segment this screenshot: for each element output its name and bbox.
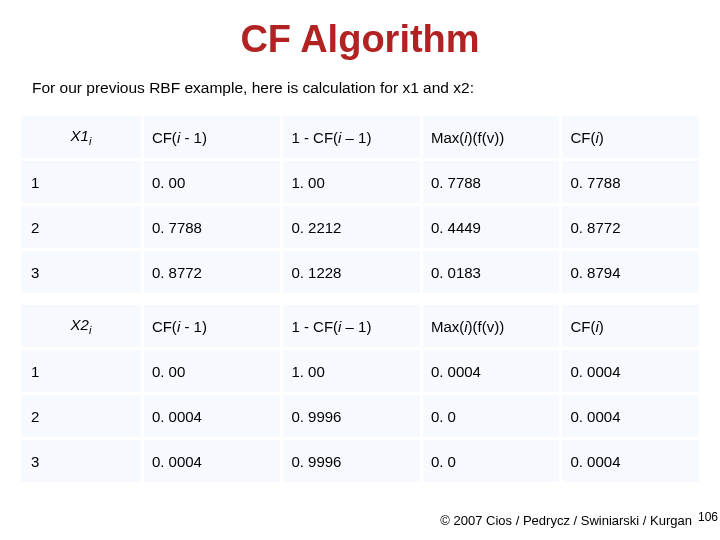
cell: 0. 7788 [423,161,560,203]
cell: 0. 7788 [144,206,281,248]
cell: 3 [21,251,141,293]
table-row: 2 0. 7788 0. 2212 0. 4449 0. 8772 [21,206,699,248]
cell: 0. 0004 [144,440,281,482]
cell: 0. 7788 [562,161,699,203]
cell: 0. 0183 [423,251,560,293]
col-header: 1 - CF(i – 1) [283,116,420,158]
table-row: 3 0. 8772 0. 1228 0. 0183 0. 8794 [21,251,699,293]
intro-text: For our previous RBF example, here is ca… [32,79,702,97]
col-header: 1 - CF(i – 1) [283,305,420,347]
cell: 0. 0004 [423,350,560,392]
cell: 1. 00 [283,161,420,203]
cell: 1 [21,161,141,203]
table-x2: X2i CF(i - 1) 1 - CF(i – 1) Max(i)(f(v))… [18,302,702,485]
page-number: 106 [698,510,718,524]
table-row: 1 0. 00 1. 00 0. 0004 0. 0004 [21,350,699,392]
cell: 0. 4449 [423,206,560,248]
cell: 0. 0004 [144,395,281,437]
table-x1: X1i CF(i - 1) 1 - CF(i – 1) Max(i)(f(v))… [18,113,702,296]
col-header: CF(i) [562,116,699,158]
cell: 0. 8794 [562,251,699,293]
cell: 0. 8772 [562,206,699,248]
cell: 0. 0004 [562,395,699,437]
cell: 0. 00 [144,350,281,392]
table-row: 1 0. 00 1. 00 0. 7788 0. 7788 [21,161,699,203]
copyright-footer: © 2007 Cios / Pedrycz / Swiniarski / Kur… [440,513,692,528]
cell: 1 [21,350,141,392]
table-row: 3 0. 0004 0. 9996 0. 0 0. 0004 [21,440,699,482]
table-header-row: X1i CF(i - 1) 1 - CF(i – 1) Max(i)(f(v))… [21,116,699,158]
col-header: Max(i)(f(v)) [423,116,560,158]
rowlabel-x1: X1i [21,116,141,158]
cell: 0. 8772 [144,251,281,293]
slide-title: CF Algorithm [18,18,702,61]
col-header: CF(i) [562,305,699,347]
cell: 0. 2212 [283,206,420,248]
cell: 0. 0004 [562,350,699,392]
cell: 0. 0 [423,395,560,437]
cell: 1. 00 [283,350,420,392]
rowlabel-x2: X2i [21,305,141,347]
cell: 0. 1228 [283,251,420,293]
table-header-row: X2i CF(i - 1) 1 - CF(i – 1) Max(i)(f(v))… [21,305,699,347]
cell: 0. 0004 [562,440,699,482]
col-header: CF(i - 1) [144,305,281,347]
cell: 0. 00 [144,161,281,203]
table-row: 2 0. 0004 0. 9996 0. 0 0. 0004 [21,395,699,437]
col-header: Max(i)(f(v)) [423,305,560,347]
cell: 0. 0 [423,440,560,482]
cell: 3 [21,440,141,482]
cell: 2 [21,206,141,248]
cell: 0. 9996 [283,440,420,482]
col-header: CF(i - 1) [144,116,281,158]
cell: 2 [21,395,141,437]
cell: 0. 9996 [283,395,420,437]
